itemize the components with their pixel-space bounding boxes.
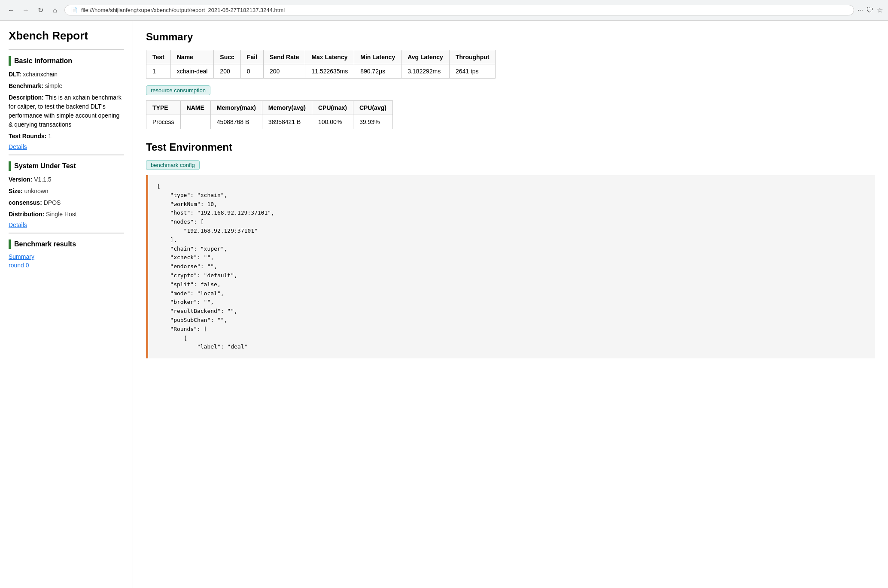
resource-table: TYPE NAME Memory(max) Memory(avg) CPU(ma… xyxy=(146,100,393,129)
sidebar-divider-2 xyxy=(9,155,124,155)
bookmark-icon[interactable]: ☆ xyxy=(877,6,883,14)
resource-table-header-row: TYPE NAME Memory(max) Memory(avg) CPU(ma… xyxy=(146,101,393,115)
table-row: 1 xchain-deal 200 0 200 11.522635ms 890.… xyxy=(146,64,496,79)
col-avg-latency: Avg Latency xyxy=(401,50,450,64)
green-bar-sut xyxy=(9,161,11,171)
summary-table-header-row: Test Name Succ Fail Send Rate Max Latenc… xyxy=(146,50,496,64)
back-button[interactable]: ← xyxy=(5,4,17,16)
summary-table-body: 1 xchain-deal 200 0 200 11.522635ms 890.… xyxy=(146,64,496,79)
test-rounds-label: Test Rounds: xyxy=(9,133,46,139)
test-env-section: Test Environment benchmark config { "typ… xyxy=(146,141,875,358)
cell-test: 1 xyxy=(146,64,171,79)
green-bar-results xyxy=(9,239,11,249)
cell-res-name xyxy=(180,115,210,129)
cell-succ: 200 xyxy=(214,64,240,79)
size-label: Size: xyxy=(9,188,23,194)
page-icon: 📄 xyxy=(71,7,78,13)
browser-chrome: ← → ↻ ⌂ 📄 file:///home/shijianfeng/xuper… xyxy=(0,0,888,21)
col-test: Test xyxy=(146,50,171,64)
basic-info-heading: Basic information xyxy=(14,57,72,65)
refresh-button[interactable]: ↻ xyxy=(34,4,46,16)
shield-icon: 🛡 xyxy=(867,6,873,14)
forward-button[interactable]: → xyxy=(20,4,32,16)
benchmark-value: simple xyxy=(45,82,62,89)
resource-consumption-badge: resource consumption xyxy=(146,85,210,95)
col-cpu-avg: CPU(avg) xyxy=(353,101,392,115)
version-value: V1.1.5 xyxy=(34,176,51,183)
test-env-title: Test Environment xyxy=(146,141,875,153)
col-fail: Fail xyxy=(240,50,263,64)
dlt-value: xchain xyxy=(23,71,40,78)
benchmark-config-badge: benchmark config xyxy=(146,160,200,170)
summary-section: Summary Test Name Succ Fail Send Rate Ma… xyxy=(146,31,875,129)
description-label: Description: xyxy=(9,94,44,101)
cell-max-latency: 11.522635ms xyxy=(305,64,354,79)
summary-link[interactable]: Summary xyxy=(9,253,124,260)
sidebar: Xbench Report Basic information DLT: xch… xyxy=(0,21,133,588)
page-layout: Xbench Report Basic information DLT: xch… xyxy=(0,21,888,588)
more-options-icon[interactable]: ··· xyxy=(858,6,863,14)
resource-table-body: Process 45088768 B 38958421 B 100.00% 39… xyxy=(146,115,393,129)
code-block[interactable]: { "type": "xchain", "workNum": 10, "host… xyxy=(146,175,875,358)
address-text: file:///home/shijianfeng/xuper/xbench/ou… xyxy=(81,7,848,13)
benchmark-label: Benchmark: xyxy=(9,82,43,89)
green-bar-basic xyxy=(9,56,11,66)
sut-heading: System Under Test xyxy=(14,162,76,170)
summary-table-head: Test Name Succ Fail Send Rate Max Latenc… xyxy=(146,50,496,64)
distribution-label: Distribution: xyxy=(9,211,44,218)
address-bar[interactable]: 📄 file:///home/shijianfeng/xuper/xbench/… xyxy=(64,5,854,15)
basic-info-details-link[interactable]: Details xyxy=(9,143,27,150)
sidebar-section-results: Benchmark results xyxy=(9,239,124,249)
description-field: Description: This is an xchain benchmark… xyxy=(9,93,124,129)
col-max-latency: Max Latency xyxy=(305,50,354,64)
cell-send-rate: 200 xyxy=(263,64,305,79)
home-button[interactable]: ⌂ xyxy=(49,4,61,16)
consensus-value: DPOS xyxy=(44,199,61,206)
cell-memory-avg: 38958421 B xyxy=(262,115,312,129)
cell-type: Process xyxy=(146,115,181,129)
summary-title: Summary xyxy=(146,31,875,43)
col-cpu-max: CPU(max) xyxy=(312,101,353,115)
resource-table-head: TYPE NAME Memory(max) Memory(avg) CPU(ma… xyxy=(146,101,393,115)
cell-avg-latency: 3.182292ms xyxy=(401,64,450,79)
main-content: Summary Test Name Succ Fail Send Rate Ma… xyxy=(133,21,888,588)
cell-memory-max: 45088768 B xyxy=(210,115,262,129)
round-link[interactable]: round 0 xyxy=(9,262,124,269)
consensus-field: consensus: DPOS xyxy=(9,198,124,207)
col-name: Name xyxy=(170,50,214,64)
table-row: Process 45088768 B 38958421 B 100.00% 39… xyxy=(146,115,393,129)
col-throughput: Throughput xyxy=(449,50,496,64)
col-min-latency: Min Latency xyxy=(354,50,401,64)
sut-details-link[interactable]: Details xyxy=(9,221,27,228)
cell-throughput: 2641 tps xyxy=(449,64,496,79)
cell-cpu-avg: 39.93% xyxy=(353,115,392,129)
cell-min-latency: 890.72μs xyxy=(354,64,401,79)
dlt-field: DLT: xchainxchain xyxy=(9,70,124,79)
sidebar-section-sut: System Under Test xyxy=(9,161,124,171)
sidebar-section-basic-info: Basic information xyxy=(9,56,124,66)
results-heading: Benchmark results xyxy=(14,240,76,248)
sidebar-divider-3 xyxy=(9,233,124,233)
cell-fail: 0 xyxy=(240,64,263,79)
dlt-label: DLT: xyxy=(9,71,21,78)
sidebar-divider xyxy=(9,49,124,50)
version-label: Version: xyxy=(9,176,32,183)
consensus-label: consensus: xyxy=(9,199,42,206)
col-res-name: NAME xyxy=(180,101,210,115)
results-links: Summary round 0 xyxy=(9,253,124,269)
size-value: unknown xyxy=(24,188,49,194)
test-rounds-field: Test Rounds: 1 xyxy=(9,132,124,141)
browser-actions: ··· 🛡 ☆ xyxy=(858,6,883,14)
sidebar-title: Xbench Report xyxy=(9,29,124,42)
version-field: Version: V1.1.5 xyxy=(9,175,124,184)
cell-name: xchain-deal xyxy=(170,64,214,79)
col-send-rate: Send Rate xyxy=(263,50,305,64)
size-field: Size: unknown xyxy=(9,187,124,196)
benchmark-field: Benchmark: simple xyxy=(9,82,124,91)
col-type: TYPE xyxy=(146,101,181,115)
nav-buttons: ← → ↻ ⌂ xyxy=(5,4,61,16)
summary-table: Test Name Succ Fail Send Rate Max Latenc… xyxy=(146,50,496,79)
cell-cpu-max: 100.00% xyxy=(312,115,353,129)
distribution-value: Single Host xyxy=(46,211,77,218)
col-memory-max: Memory(max) xyxy=(210,101,262,115)
